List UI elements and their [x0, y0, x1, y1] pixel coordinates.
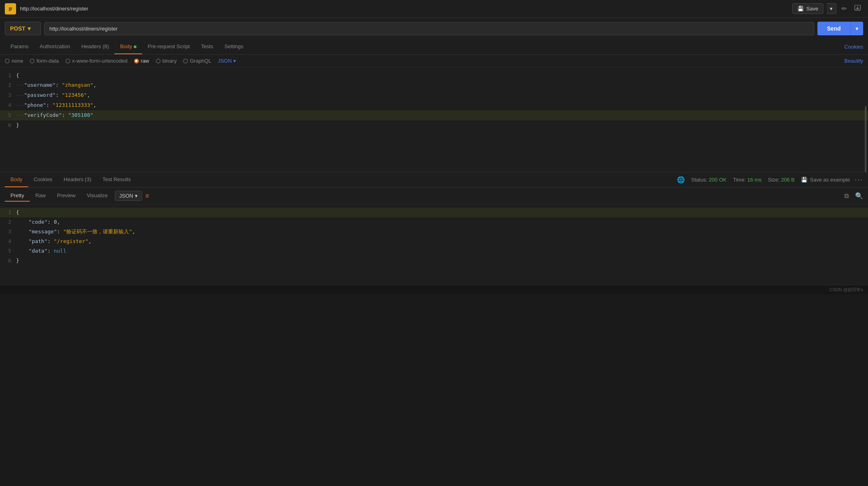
format-tab-raw[interactable]: Raw	[30, 190, 51, 202]
request-line-4: 4 ····"phone": "12311113333",	[0, 100, 868, 110]
search-button[interactable]: 🔍	[855, 192, 863, 200]
resp-tab-cookies[interactable]: Cookies	[28, 172, 58, 187]
radio-form-data	[30, 59, 35, 63]
method-select[interactable]: POST ▾	[5, 22, 41, 35]
size-label: Size: 206 B	[768, 177, 795, 183]
save-dropdown-button[interactable]: ▾	[827, 3, 836, 14]
top-actions: 💾 Save ▾ ✏	[792, 2, 863, 15]
send-dropdown-button[interactable]: ▾	[850, 22, 863, 35]
resp-tab-headers[interactable]: Headers (3)	[58, 172, 97, 187]
tab-tests[interactable]: Tests	[196, 39, 219, 54]
body-type-binary[interactable]: binary	[156, 58, 177, 64]
request-line-1: 1 {	[0, 71, 868, 80]
body-active-dot	[134, 45, 137, 48]
response-format-chevron: ▾	[135, 193, 138, 199]
resp-actions: 💾 Save as example ···	[801, 176, 863, 184]
json-format-label: JSON	[218, 58, 232, 64]
response-line-5: 5 "data": null	[0, 246, 868, 256]
top-bar: http://localhost/diners/register 💾 Save …	[0, 0, 868, 18]
response-line-3: 3 "message": "验证码不一致，请重新输入",	[0, 227, 868, 237]
radio-none	[5, 59, 10, 63]
send-btn-group: Send ▾	[817, 22, 863, 35]
request-line-2: 2 ····"username": "zhangsan",	[0, 80, 868, 90]
radio-binary	[156, 59, 161, 63]
footer: CSDN @赵同学s	[0, 285, 868, 294]
tab-params[interactable]: Params	[5, 39, 34, 54]
resp-right-icons: ⧉ 🔍	[844, 192, 863, 200]
tab-body[interactable]: Body	[114, 39, 142, 54]
format-tab-visualize[interactable]: Visualize	[81, 190, 113, 202]
body-type-none[interactable]: none	[5, 58, 23, 64]
response-line-4: 4 "path": "/register",	[0, 237, 868, 246]
svg-rect-2	[9, 9, 12, 10]
body-type-bar: none form-data x-www-form-urlencoded raw…	[0, 55, 868, 67]
radio-urlencoded	[65, 59, 70, 63]
download-button[interactable]	[852, 2, 863, 15]
save-label: Save	[806, 6, 818, 12]
response-format-bar: Pretty Raw Preview Visualize JSON ▾ ≡ ⧉ …	[0, 188, 868, 204]
globe-icon: 🌐	[677, 176, 685, 184]
format-tab-preview[interactable]: Preview	[51, 190, 81, 202]
json-format-chevron: ▾	[233, 58, 236, 64]
method-label: POST	[10, 25, 25, 32]
save-icon: 💾	[797, 6, 804, 12]
request-line-6: 6 }	[0, 120, 868, 130]
response-status-area: 🌐 Status: 200 OK Time: 16 ms Size: 206 B…	[677, 176, 863, 184]
tab-settings[interactable]: Settings	[219, 39, 249, 54]
time-label: Time: 16 ms	[733, 177, 762, 183]
json-format-select[interactable]: JSON ▾	[218, 58, 236, 64]
svg-rect-5	[855, 10, 860, 11]
response-format-label: JSON	[119, 193, 133, 199]
url-input[interactable]	[44, 22, 814, 35]
beautify-button[interactable]: Beautify	[844, 58, 863, 64]
resp-tab-body[interactable]: Body	[5, 172, 28, 187]
more-options-button[interactable]: ···	[855, 176, 863, 184]
body-type-urlencoded[interactable]: x-www-form-urlencoded	[65, 58, 128, 64]
save-as-example-button[interactable]: 💾 Save as example	[801, 177, 850, 183]
response-format-select[interactable]: JSON ▾	[115, 191, 142, 201]
response-tabs-bar: Body Cookies Headers (3) Test Results 🌐 …	[0, 172, 868, 188]
wrap-icon[interactable]: ≡	[145, 192, 149, 200]
tab-authorization[interactable]: Authorization	[34, 39, 76, 54]
save-example-icon: 💾	[801, 177, 807, 183]
request-tabs-bar: Params Authorization Headers (8) Body Pr…	[0, 39, 868, 55]
request-line-5: 5 ····"verifyCode": "305100"	[0, 110, 868, 120]
tab-url: http://localhost/diners/register	[20, 6, 792, 12]
radio-graphql	[183, 59, 188, 63]
save-button[interactable]: 💾 Save	[792, 3, 823, 14]
resp-tab-test-results[interactable]: Test Results	[97, 172, 137, 187]
response-line-6: 6 }	[0, 256, 868, 265]
request-bar: POST ▾ Send ▾	[0, 18, 868, 39]
method-chevron: ▾	[28, 25, 31, 32]
status-label: Status: 200 OK	[691, 177, 727, 183]
body-type-form-data[interactable]: form-data	[30, 58, 59, 64]
response-code-area[interactable]: 1 { 2 "code": 0, 3 "message": "验证码不一致，请重…	[0, 204, 868, 285]
request-code-area[interactable]: 1 { 2 ····"username": "zhangsan", 3 ····…	[0, 67, 868, 172]
tab-headers[interactable]: Headers (8)	[76, 39, 115, 54]
radio-raw	[134, 59, 139, 63]
save-example-label: Save as example	[810, 177, 850, 183]
format-tab-pretty[interactable]: Pretty	[5, 190, 30, 202]
app-icon	[5, 3, 16, 14]
response-line-1: 1 {	[0, 208, 868, 217]
svg-rect-1	[9, 8, 12, 8]
body-type-graphql[interactable]: GraphQL	[183, 58, 211, 64]
body-type-raw[interactable]: raw	[134, 58, 149, 64]
edit-button[interactable]: ✏	[839, 3, 849, 14]
send-button[interactable]: Send	[817, 22, 850, 35]
copy-button[interactable]: ⧉	[844, 192, 849, 200]
svg-rect-3	[9, 10, 11, 11]
response-line-2: 2 "code": 0,	[0, 217, 868, 227]
footer-text: CSDN @赵同学s	[829, 287, 863, 293]
tab-pre-request[interactable]: Pre-request Script	[142, 39, 196, 54]
cookies-link[interactable]: Cookies	[844, 44, 863, 50]
request-line-3: 3 ····"password": "123456",	[0, 90, 868, 100]
